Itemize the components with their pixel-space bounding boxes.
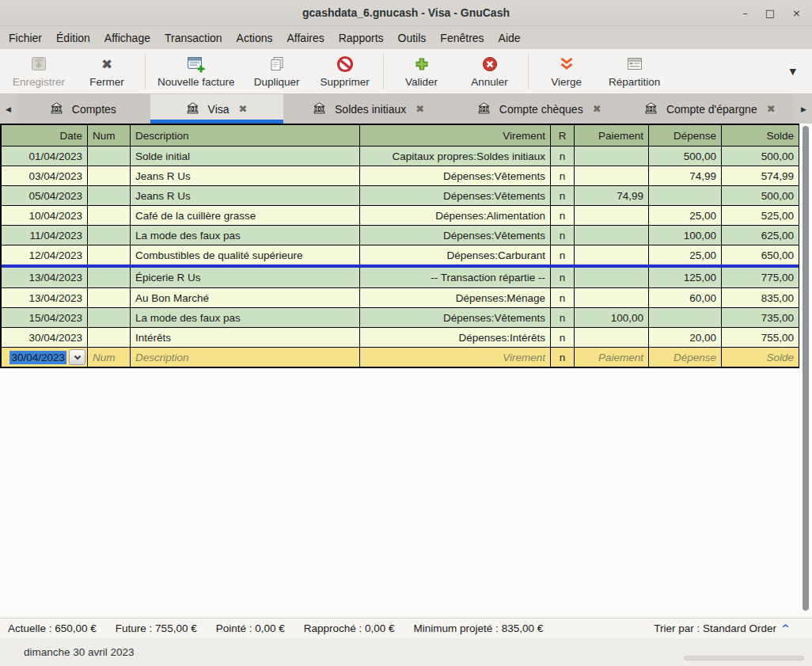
- cell-description[interactable]: Intérêts: [130, 328, 359, 347]
- cell-r[interactable]: n: [550, 226, 574, 245]
- cell-depense[interactable]: 125,00: [648, 268, 721, 287]
- cell-paiement[interactable]: 74,99: [574, 186, 648, 205]
- menu-affichage[interactable]: Affichage: [97, 29, 157, 48]
- cell-solde[interactable]: 775,00: [721, 268, 799, 287]
- cell-description[interactable]: Épicerie R Us: [130, 268, 359, 287]
- depense-input[interactable]: Dépense: [648, 348, 721, 367]
- cell-solde[interactable]: 625,00: [721, 226, 799, 245]
- cell-solde[interactable]: 735,00: [721, 308, 799, 327]
- cell-virement[interactable]: Dépenses:Vêtements: [359, 308, 550, 327]
- virement-input[interactable]: Virement: [359, 348, 550, 367]
- cell-solde[interactable]: 525,00: [721, 206, 799, 225]
- r-input[interactable]: n: [550, 348, 574, 367]
- cell-r[interactable]: n: [550, 206, 574, 225]
- tab-close-icon[interactable]: ✖: [593, 103, 601, 115]
- delete-button[interactable]: Supprimer: [311, 51, 379, 92]
- cell-date[interactable]: 01/04/2023: [2, 147, 87, 166]
- cell-depense[interactable]: 60,00: [648, 288, 721, 307]
- cell-depense[interactable]: [648, 186, 721, 205]
- cell-virement[interactable]: -- Transaction répartie --: [359, 268, 550, 287]
- cell-description[interactable]: Solde initial: [130, 147, 359, 166]
- menu-edition[interactable]: Édition: [49, 29, 97, 48]
- toolbar-overflow-icon[interactable]: ▼: [790, 67, 807, 77]
- tab-visa[interactable]: Visa ✖: [150, 94, 284, 124]
- cell-date[interactable]: 03/04/2023: [2, 166, 87, 185]
- cell-r[interactable]: n: [550, 268, 574, 287]
- cell-paiement[interactable]: [574, 166, 648, 185]
- menu-rapports[interactable]: Rapports: [332, 29, 391, 48]
- tab-compte-cheques[interactable]: Compte chèques ✖: [454, 94, 625, 124]
- cell-depense[interactable]: 74,99: [648, 166, 721, 185]
- tab-close-icon[interactable]: ✖: [415, 103, 424, 115]
- cell-date[interactable]: 30/04/2023: [2, 328, 87, 347]
- menu-fenetres[interactable]: Fenêtres: [433, 29, 491, 48]
- cell-r[interactable]: n: [550, 245, 574, 264]
- cell-date[interactable]: 13/04/2023: [2, 288, 87, 307]
- table-row[interactable]: 15/04/2023 La mode des faux pas Dépenses…: [2, 307, 799, 327]
- edit-row[interactable]: 30/04/2023 Num Description Virement n Pa…: [2, 347, 799, 367]
- vertical-scrollbar[interactable]: [803, 126, 809, 611]
- split-button[interactable]: Répartition: [601, 51, 669, 92]
- blank-transaction-button[interactable]: Vierge: [533, 51, 601, 92]
- menu-actions[interactable]: Actions: [230, 29, 280, 48]
- tab-compte-epargne[interactable]: Compte d'épargne ✖: [624, 94, 795, 124]
- cell-depense[interactable]: 25,00: [648, 206, 721, 225]
- save-button[interactable]: Enregistrer: [5, 51, 73, 92]
- minimize-icon[interactable]: –: [742, 8, 748, 18]
- cell-r[interactable]: n: [550, 147, 574, 166]
- sort-order-control[interactable]: Trier par : Standard Order ^: [654, 622, 804, 634]
- menu-transaction[interactable]: Transaction: [157, 29, 230, 48]
- table-row[interactable]: 01/04/2023 Solde initial Capitaux propre…: [2, 146, 799, 166]
- cell-description[interactable]: Jeans R Us: [130, 186, 359, 205]
- date-dropdown-button[interactable]: [69, 349, 85, 365]
- menu-fichier[interactable]: Fichier: [2, 29, 49, 48]
- cell-solde[interactable]: 650,00: [721, 245, 799, 264]
- cell-paiement[interactable]: [574, 206, 648, 225]
- cell-paiement[interactable]: [574, 226, 648, 245]
- cell-virement[interactable]: Dépenses:Vêtements: [359, 186, 550, 205]
- cell-date[interactable]: 11/04/2023: [2, 226, 87, 245]
- num-input[interactable]: Num: [87, 348, 130, 367]
- cell-num[interactable]: [87, 147, 130, 166]
- cell-r[interactable]: n: [550, 288, 574, 307]
- cell-solde[interactable]: 500,00: [721, 147, 799, 166]
- cell-date[interactable]: 05/04/2023: [2, 186, 87, 205]
- cell-description[interactable]: La mode des faux pas: [130, 308, 359, 327]
- menu-affaires[interactable]: Affaires: [280, 29, 332, 48]
- cell-virement[interactable]: Dépenses:Vêtements: [359, 226, 550, 245]
- new-invoice-button[interactable]: Nouvelle facture: [150, 51, 243, 92]
- cell-r[interactable]: n: [550, 328, 574, 347]
- date-input-value[interactable]: 30/04/2023: [9, 351, 66, 364]
- cell-description[interactable]: Au Bon Marché: [130, 288, 359, 307]
- tab-comptes[interactable]: Comptes: [17, 94, 150, 124]
- cell-num[interactable]: [87, 288, 130, 307]
- cell-num[interactable]: [87, 226, 130, 245]
- table-row[interactable]: 11/04/2023 La mode des faux pas Dépenses…: [2, 225, 799, 245]
- menu-outils[interactable]: Outils: [391, 29, 434, 48]
- cell-paiement[interactable]: [574, 288, 648, 307]
- cell-num[interactable]: [87, 245, 130, 264]
- cell-num[interactable]: [87, 206, 130, 225]
- cell-paiement[interactable]: 100,00: [574, 308, 648, 327]
- cell-solde[interactable]: 574,99: [721, 166, 799, 185]
- cell-num[interactable]: [87, 166, 130, 185]
- cell-r[interactable]: n: [550, 166, 574, 185]
- cell-date[interactable]: 12/04/2023: [2, 245, 87, 264]
- date-input[interactable]: 30/04/2023: [2, 348, 87, 367]
- cell-virement[interactable]: Dépenses:Alimentation: [359, 206, 550, 225]
- tabs-scroll-left-icon[interactable]: ◀: [0, 94, 17, 124]
- cell-virement[interactable]: Dépenses:Carburant: [359, 245, 550, 264]
- tab-soldes-initiaux[interactable]: Soldes initiaux ✖: [283, 94, 454, 124]
- table-row[interactable]: 12/04/2023 Combustibles de qualité supér…: [2, 245, 799, 264]
- cell-paiement[interactable]: [574, 328, 648, 347]
- cell-depense[interactable]: 100,00: [648, 226, 721, 245]
- duplicate-button[interactable]: Dupliquer: [243, 51, 311, 92]
- cell-num[interactable]: [87, 328, 130, 347]
- cell-date[interactable]: 13/04/2023: [2, 268, 87, 287]
- cell-description[interactable]: Café de la cuillère grasse: [130, 206, 359, 225]
- table-row[interactable]: 05/04/2023 Jeans R Us Dépenses:Vêtements…: [2, 185, 799, 205]
- cell-paiement[interactable]: [574, 245, 648, 264]
- close-register-button[interactable]: ✖ Fermer: [73, 51, 141, 92]
- cell-depense[interactable]: 500,00: [648, 147, 721, 166]
- cell-r[interactable]: n: [550, 308, 574, 327]
